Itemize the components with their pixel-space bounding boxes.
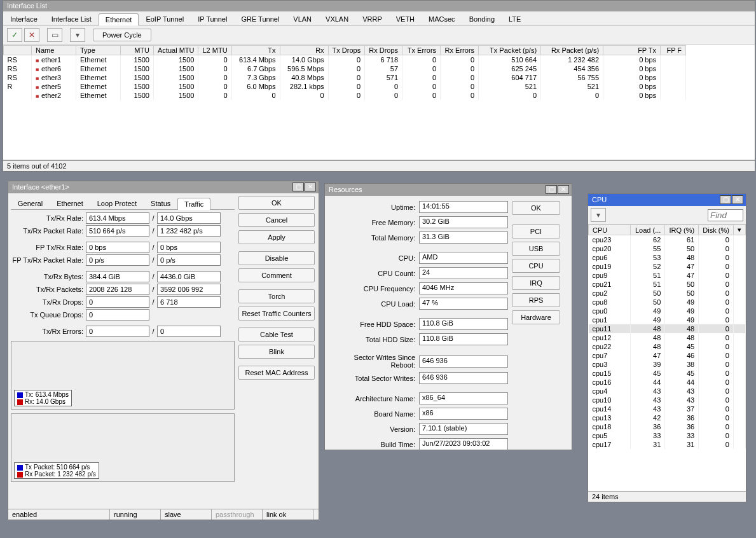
table-row[interactable]: cpu1644440 bbox=[589, 378, 746, 387]
minimize-icon[interactable]: ▢ bbox=[720, 195, 731, 204]
close-icon[interactable]: ✕ bbox=[558, 185, 569, 194]
cancel-button[interactable]: Cancel bbox=[238, 213, 315, 227]
table-row[interactable]: cpu747460 bbox=[589, 351, 746, 360]
column-header[interactable]: L2 MTU bbox=[198, 46, 231, 55]
x-icon[interactable]: ✕ bbox=[24, 28, 39, 42]
column-header[interactable]: Tx Packet (p/s) bbox=[479, 46, 541, 55]
table-row[interactable]: cpu653480 bbox=[589, 253, 746, 262]
tab-vrrp[interactable]: VRRP bbox=[355, 13, 389, 25]
close-icon[interactable]: ✕ bbox=[305, 183, 316, 191]
table-row[interactable]: cpu533330 bbox=[589, 431, 746, 440]
table-row[interactable]: cpu951470 bbox=[589, 271, 746, 280]
table-row[interactable]: R ◆ether5Ethernet1500150006.0 Mbps282.1 … bbox=[4, 82, 686, 91]
tab-vlan[interactable]: VLAN bbox=[286, 13, 319, 25]
table-row[interactable]: RS◆ether6Ethernet1500150006.7 Gbps596.5 … bbox=[4, 64, 686, 73]
ok-button[interactable]: OK bbox=[512, 201, 560, 215]
apply-button[interactable]: Apply bbox=[238, 230, 315, 244]
tab-ip-tunnel[interactable]: IP Tunnel bbox=[191, 13, 234, 25]
column-header[interactable]: Rx bbox=[280, 46, 328, 55]
interface-detail-titlebar[interactable]: Interface <ether1> ▢ ✕ bbox=[8, 181, 319, 193]
tab-macsec[interactable]: MACsec bbox=[422, 13, 462, 25]
check-icon[interactable]: ✓ bbox=[7, 28, 22, 42]
table-row[interactable]: cpu049490 bbox=[589, 307, 746, 315]
column-header[interactable]: Rx Errors bbox=[441, 46, 479, 55]
column-header[interactable]: Type bbox=[76, 46, 121, 55]
interface-table[interactable]: NameTypeMTUActual MTUL2 MTUTxRxTx DropsR… bbox=[3, 45, 755, 160]
table-row[interactable]: cpu1952470 bbox=[589, 262, 746, 271]
tab-eoip-tunnel[interactable]: EoIP Tunnel bbox=[139, 13, 191, 25]
column-header[interactable]: FP F bbox=[661, 46, 686, 55]
dropdown-icon[interactable]: ▾ bbox=[733, 225, 745, 235]
column-header[interactable]: Actual MTU bbox=[154, 46, 198, 55]
funnel-icon[interactable]: ▾ bbox=[70, 28, 85, 42]
column-header[interactable]: Disk (%) bbox=[699, 225, 734, 235]
table-row[interactable]: cpu1545450 bbox=[589, 369, 746, 378]
pci-button[interactable]: PCI bbox=[512, 224, 560, 238]
table-row[interactable]: cpu2248450 bbox=[589, 342, 746, 351]
tab-status[interactable]: Status bbox=[144, 197, 177, 209]
cpu-titlebar[interactable]: CPU ▢ ✕ bbox=[588, 194, 746, 206]
column-header[interactable]: Rx Drops bbox=[365, 46, 402, 55]
tab-gre-tunnel[interactable]: GRE Tunnel bbox=[234, 13, 286, 25]
table-row[interactable]: cpu1443370 bbox=[589, 404, 746, 413]
table-row[interactable]: cpu1248480 bbox=[589, 333, 746, 342]
column-header[interactable]: CPU bbox=[589, 225, 631, 235]
tab-interface-list[interactable]: Interface List bbox=[45, 13, 99, 25]
tab-general[interactable]: General bbox=[11, 197, 50, 209]
resources-titlebar[interactable]: Resources ▢ ✕ bbox=[325, 184, 572, 196]
table-row[interactable]: cpu2362610 bbox=[589, 235, 746, 245]
tab-lte[interactable]: LTE bbox=[502, 13, 528, 25]
interface-list-titlebar[interactable]: Interface List bbox=[3, 1, 755, 11]
table-row[interactable]: RS◆ether3Ethernet1500150007.3 Gbps40.8 M… bbox=[4, 73, 686, 82]
table-row[interactable]: cpu1342360 bbox=[589, 413, 746, 422]
cpu-table[interactable]: CPULoad (...IRQ (%)Disk (%)▾cpu2362610cp… bbox=[588, 224, 746, 491]
cable-test-button[interactable]: Cable Test bbox=[238, 328, 315, 341]
table-row[interactable]: cpu149490 bbox=[589, 315, 746, 324]
close-icon[interactable]: ✕ bbox=[732, 195, 743, 204]
table-row[interactable]: cpu2151500 bbox=[589, 280, 746, 289]
table-row[interactable]: ◆ether2Ethernet150015000000000000 bps bbox=[4, 91, 686, 100]
column-header[interactable] bbox=[4, 46, 32, 55]
torch-button[interactable]: Torch bbox=[238, 289, 315, 303]
table-row[interactable]: cpu1836360 bbox=[589, 422, 746, 431]
column-header[interactable]: Rx Packet (p/s) bbox=[541, 46, 603, 55]
table-row[interactable]: cpu1731310 bbox=[589, 440, 746, 449]
power-cycle-button[interactable]: Power Cycle bbox=[93, 29, 151, 41]
table-row[interactable]: cpu1043430 bbox=[589, 396, 746, 404]
table-row[interactable]: cpu250500 bbox=[589, 289, 746, 298]
find-input[interactable] bbox=[708, 209, 743, 221]
tab-interface[interactable]: Interface bbox=[3, 13, 45, 25]
table-row[interactable]: cpu443430 bbox=[589, 387, 746, 396]
column-header[interactable]: Tx Drops bbox=[328, 46, 365, 55]
reset-traffic-counters-button[interactable]: Reset Traffic Counters bbox=[238, 307, 315, 321]
tab-bonding[interactable]: Bonding bbox=[462, 13, 502, 25]
column-header[interactable]: Tx bbox=[231, 46, 280, 55]
table-row[interactable]: cpu2055500 bbox=[589, 244, 746, 253]
table-row[interactable]: cpu850490 bbox=[589, 298, 746, 307]
table-row[interactable]: cpu339380 bbox=[589, 360, 746, 369]
reset-mac-address-button[interactable]: Reset MAC Address bbox=[238, 366, 315, 380]
column-header[interactable]: Tx Errors bbox=[402, 46, 441, 55]
table-row[interactable]: cpu1148480 bbox=[589, 324, 746, 333]
irq-button[interactable]: IRQ bbox=[512, 276, 560, 290]
table-row[interactable]: RS◆ether1Ethernet150015000613.4 Mbps14.0… bbox=[4, 55, 686, 65]
rps-button[interactable]: RPS bbox=[512, 293, 560, 307]
minimize-icon[interactable]: ▢ bbox=[546, 185, 557, 194]
column-header[interactable]: MTU bbox=[121, 46, 154, 55]
funnel-icon[interactable]: ▾ bbox=[591, 208, 606, 222]
disable-button[interactable]: Disable bbox=[238, 251, 315, 265]
column-header[interactable]: FP Tx bbox=[603, 46, 661, 55]
column-header[interactable]: Load (... bbox=[631, 225, 665, 235]
cpu-button[interactable]: CPU bbox=[512, 259, 560, 273]
blink-button[interactable]: Blink bbox=[238, 345, 315, 359]
column-header[interactable]: IRQ (%) bbox=[665, 225, 699, 235]
tab-traffic[interactable]: Traffic bbox=[177, 198, 210, 210]
tab-loop-protect[interactable]: Loop Protect bbox=[90, 197, 144, 209]
notes-icon[interactable]: ▭ bbox=[47, 28, 62, 42]
ok-button[interactable]: OK bbox=[238, 196, 315, 210]
hardware-button[interactable]: Hardware bbox=[512, 310, 560, 324]
tab-vxlan[interactable]: VXLAN bbox=[319, 13, 355, 25]
usb-button[interactable]: USB bbox=[512, 242, 560, 256]
tab-ethernet[interactable]: Ethernet bbox=[99, 13, 139, 25]
comment-button[interactable]: Comment bbox=[238, 268, 315, 282]
